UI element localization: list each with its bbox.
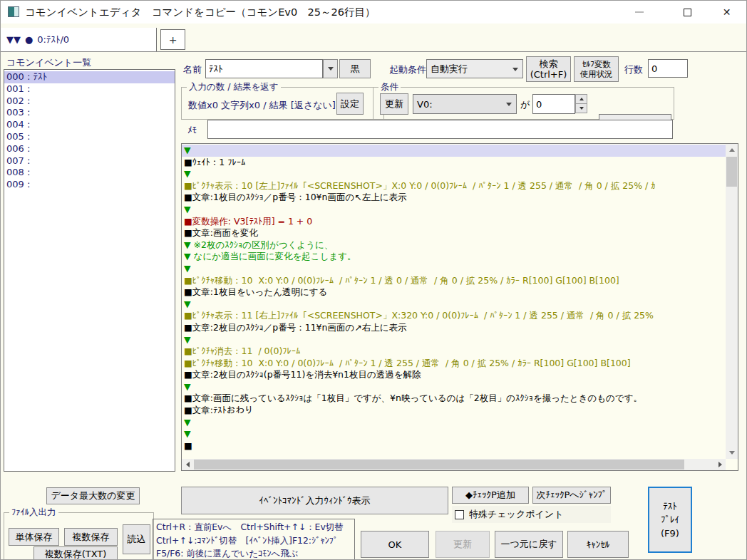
hint-line-3: F5/F6: 前後に選んでいたｺﾓﾝへ飛ぶ	[156, 547, 351, 560]
tab-dot-icon: ●	[25, 34, 33, 45]
scroll-down-button[interactable]	[726, 447, 738, 459]
command-row[interactable]: ▼	[182, 417, 726, 429]
vertical-scroll-thumb[interactable]	[726, 157, 737, 187]
window-title: コモンイベントエディタ コマンドをコピー（コモンEv0 25～26行目）	[25, 6, 376, 19]
horizontal-scroll-thumb[interactable]	[194, 460, 684, 470]
save-single-button[interactable]: 単体保存	[9, 528, 59, 546]
show-command-window-button[interactable]: ｲﾍﾞﾝﾄｺﾏﾝﾄﾞ入力ｳｨﾝﾄﾞｳ表示	[181, 487, 448, 514]
io-summary: 数値x0 文字列x0 / 結果 [返さない]	[188, 99, 336, 112]
command-row[interactable]: ■ﾋﾟｸﾁｬ表示：10 [左上]ﾌｧｲﾙ「<SCREENSHOT>」X:0 Y:…	[182, 180, 726, 192]
command-row[interactable]: ▼	[182, 168, 726, 180]
memo-label: ﾒﾓ	[187, 125, 197, 135]
shortcut-hint-box: Ctrl+R：直前Evへ Ctrl+Shift+↑↓：Ev切替 Ctrl+↑↓:…	[153, 519, 355, 560]
condition-variable-value: V0:	[417, 99, 433, 110]
special-checkpoint-row: 特殊チェックポイント	[452, 506, 611, 523]
minimize-icon	[635, 11, 644, 13]
line-count-input[interactable]	[648, 59, 688, 78]
memo-input[interactable]	[207, 120, 673, 139]
command-row[interactable]: ■文章:1枚目をいったん透明にする	[182, 286, 726, 299]
close-button[interactable]: ✕	[710, 1, 743, 24]
tab-common-event-0[interactable]: ▼▼ ● 0:ﾃｽﾄ/0	[1, 28, 157, 51]
list-item[interactable]: 007 :	[4, 155, 175, 167]
tab-collapse-icons: ▼▼	[6, 34, 21, 45]
maximize-button[interactable]	[671, 1, 704, 24]
list-item[interactable]: 003 :	[4, 107, 175, 119]
list-item[interactable]: 002 :	[4, 95, 175, 108]
command-row[interactable]: ▼	[182, 299, 726, 311]
color-button[interactable]: 黒	[339, 59, 371, 78]
trigger-value: 自動実行	[431, 63, 468, 76]
save-multi-txt-button[interactable]: 複数保存(TXT)	[34, 546, 118, 560]
name-color-dropdown-button[interactable]	[323, 59, 338, 78]
hint-line-1: Ctrl+R：直前Evへ Ctrl+Shift+↑↓：Ev切替	[156, 521, 351, 534]
scroll-left-button[interactable]	[182, 459, 193, 470]
next-checkpoint-button[interactable]: 次ﾁｪｯｸPへｼﾞｬﾝﾌﾟ	[532, 487, 611, 504]
line-count-label: 行数	[624, 63, 643, 76]
triangle-up-icon	[579, 98, 584, 100]
name-input[interactable]	[205, 59, 323, 78]
command-row[interactable]: ▼	[182, 145, 726, 157]
add-tab-button[interactable]: +	[160, 29, 185, 50]
selfvar-usage-button[interactable]: ｾﾙﾌ変数 使用状況	[574, 56, 619, 82]
vertical-scrollbar[interactable]	[726, 144, 738, 459]
common-event-editor-window: コモンイベントエディタ コマンドをコピー（コモンEv0 25～26行目） ✕ ▼…	[0, 0, 747, 560]
command-row[interactable]: ■文章:2枚目のｽｸｼｮ(p番号11)を消去¥n1枚目の透過を解除	[182, 369, 726, 381]
file-io-group: ﾌｧｲﾙ入出力 単体保存 複数保存 読込 複数保存(TXT)	[4, 512, 154, 560]
command-row[interactable]: ■文章:画面を変化	[182, 227, 726, 239]
command-row[interactable]: ▼ ※2枚のｽｸｼｮの区別がつくように、	[182, 239, 726, 252]
command-row[interactable]: ▼	[182, 204, 726, 216]
list-item[interactable]: 001 :	[4, 83, 175, 95]
ok-button[interactable]: OK	[361, 531, 429, 558]
command-row[interactable]: ▼	[182, 263, 726, 275]
common-event-list[interactable]: 000 : ﾃｽﾄ001 :002 :003 :004 :005 :006 :0…	[4, 69, 175, 472]
list-item[interactable]: 009 :	[4, 179, 175, 191]
command-row[interactable]: ■	[182, 440, 726, 452]
command-row[interactable]: ▼	[182, 428, 726, 440]
test-play-button[interactable]: ﾃｽﾄ ﾌﾟﾚｲ (F9)	[648, 487, 692, 553]
condition-variable-combobox[interactable]: V0:	[413, 94, 517, 114]
condition-value-spinner[interactable]	[575, 94, 587, 113]
list-item[interactable]: 008 :	[4, 167, 175, 179]
scroll-right-button[interactable]	[714, 459, 726, 470]
save-multi-button[interactable]: 複数保存	[64, 528, 118, 546]
io-settings-button[interactable]: 設定	[336, 93, 364, 115]
undo-button[interactable]: 一つ元に戻す	[495, 531, 563, 558]
command-row[interactable]: ■ﾋﾟｸﾁｬ移動：10 X:0 Y:0 / 0(0)ﾌﾚｰﾑ / ﾊﾟﾀｰﾝ 1…	[182, 358, 726, 370]
triangle-down-icon	[579, 107, 584, 110]
list-item[interactable]: 006 :	[4, 143, 175, 155]
condition-update-button[interactable]: 更新	[380, 93, 408, 115]
list-item[interactable]: 004 :	[4, 119, 175, 131]
max-data-button[interactable]: データ最大数の変更	[46, 487, 140, 504]
spinner-up-button[interactable]	[575, 94, 587, 104]
update-button[interactable]: 更新	[436, 531, 490, 558]
command-row[interactable]: ■文章:画面に残っているｽｸｼｮは「1枚目」ですが、¥n映っているのは「2枚目」…	[182, 393, 726, 405]
command-row[interactable]: ■文章:2枚目のｽｸｼｮ／p番号：11¥n画面の↗右上に表示	[182, 322, 726, 334]
cancel-button[interactable]: ｷｬﾝｾﾙ	[567, 531, 629, 558]
search-button[interactable]: 検索 (Ctrl+F)	[526, 56, 571, 82]
horizontal-scrollbar[interactable]	[182, 459, 726, 470]
spinner-down-button[interactable]	[575, 103, 587, 113]
trigger-combobox[interactable]: 自動実行	[426, 59, 523, 78]
io-group-title: 入力の数 / 結果を返す	[187, 81, 281, 93]
command-list[interactable]: ▼■ｳｪｲﾄ：1 ﾌﾚｰﾑ▼■ﾋﾟｸﾁｬ表示：10 [左上]ﾌｧｲﾙ「<SCRE…	[182, 145, 726, 458]
command-row[interactable]: ■ﾋﾟｸﾁｬ消去：11 / 0(0)ﾌﾚｰﾑ	[182, 346, 726, 358]
chevron-down-icon	[512, 68, 518, 71]
list-item[interactable]: 005 :	[4, 131, 175, 143]
scroll-up-button[interactable]	[726, 144, 738, 156]
scroll-up-icon	[729, 148, 735, 152]
condition-value-input[interactable]	[532, 94, 575, 114]
minimize-button[interactable]	[622, 1, 656, 24]
command-row[interactable]: ■変数操作: V3[ﾃｽﾄ用] = 1 + 0	[182, 216, 726, 228]
load-button[interactable]: 読込	[123, 524, 150, 554]
command-row[interactable]: ■文章:ﾃｽﾄおわり	[182, 405, 726, 417]
list-item[interactable]: 000 : ﾃｽﾄ	[4, 71, 175, 83]
add-checkpoint-button[interactable]: ◆ﾁｪｯｸP追加	[452, 487, 529, 504]
command-row[interactable]: ■ﾋﾟｸﾁｬ移動：10 X:0 Y:0 / 0(0)ﾌﾚｰﾑ / ﾊﾟﾀｰﾝ 1…	[182, 275, 726, 287]
command-row[interactable]: ■ｳｪｲﾄ：1 ﾌﾚｰﾑ	[182, 157, 726, 169]
command-row[interactable]: ■文章:1枚目のｽｸｼｮ／p番号：10¥n画面の↖左上に表示	[182, 192, 726, 204]
command-row[interactable]: ▼	[182, 334, 726, 346]
command-row[interactable]: ▼	[182, 381, 726, 393]
special-checkpoint-checkbox[interactable]	[455, 510, 464, 519]
command-row[interactable]: ■ﾋﾟｸﾁｬ表示：11 [右上]ﾌｧｲﾙ「<SCREENSHOT>」X:320 …	[182, 310, 726, 322]
command-row[interactable]: ▼ なにか適当に画面に変化を起こします。	[182, 251, 726, 263]
